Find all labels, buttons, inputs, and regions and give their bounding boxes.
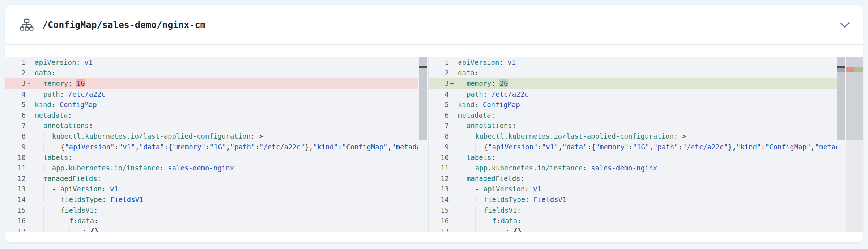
code-token: kubectl.kubernetes.io/last-applied-confi…: [475, 132, 674, 140]
code-token: "v1": [119, 143, 135, 151]
code-line-15[interactable]: 15 fieldsV1:: [429, 205, 837, 216]
code-text: annotations:: [35, 121, 93, 131]
code-token: app.kubernetes.io/instance: [475, 164, 583, 172]
line-number: 3: [5, 78, 26, 89]
code-line-8[interactable]: 8 kubectl.kubernetes.io/last-applied-con…: [429, 131, 837, 142]
code-text: path: /etc/a22c: [458, 89, 529, 100]
code-line-3[interactable]: 3+ memory: 2G: [429, 78, 837, 89]
code-line-11[interactable]: 11 app.kubernetes.io/instance: sales-dem…: [5, 163, 418, 173]
chevron-down-icon: [839, 22, 850, 28]
modified-code-area[interactable]: 1apiVersion: v12data:3+ memory: 2G4 path…: [429, 57, 837, 232]
original-code-area[interactable]: 1apiVersion: v12data:3- memory: 1G4 path…: [5, 57, 418, 232]
code-line-9[interactable]: 9 {"apiVersion":"v1","data":{"memory":"1…: [5, 142, 418, 152]
code-token: :: [94, 217, 98, 225]
code-token: :: [583, 164, 587, 172]
code-line-13[interactable]: 13 - apiVersion: v1: [5, 184, 418, 194]
code-line-14[interactable]: 14 fieldsType: FieldsV1: [429, 194, 837, 205]
diff-sign: [26, 110, 35, 121]
indent-guide: [467, 132, 475, 140]
line-number: 5: [429, 100, 449, 110]
code-line-12[interactable]: 12 managedFields:: [5, 173, 418, 184]
line-number: 1: [5, 57, 26, 68]
code-line-9[interactable]: 9 {"apiVersion":"v1","data":{"memory":"1…: [429, 142, 837, 152]
code-token: >: [682, 132, 686, 140]
code-line-10[interactable]: 10 labels:: [429, 152, 837, 163]
diff-sign: [449, 100, 458, 110]
line-number: 13: [429, 184, 449, 194]
code-line-2[interactable]: 2data:: [429, 68, 837, 78]
code-token: "/etc/a22c": [682, 143, 728, 151]
code-token: metadata: [35, 111, 68, 119]
code-token: :: [492, 79, 495, 87]
code-token: ,: [558, 143, 562, 151]
code-line-10[interactable]: 10 labels:: [5, 152, 418, 163]
code-line-5[interactable]: 5kind: ConfigMap: [5, 100, 418, 110]
code-text: .: {}: [458, 226, 522, 232]
code-text: metadata:: [458, 110, 495, 121]
code-token: [72, 79, 76, 87]
code-text: f:data:: [458, 216, 522, 226]
code-line-14[interactable]: 14 fieldsType: FieldsV1: [5, 194, 418, 205]
code-token: ,: [135, 143, 139, 151]
diff-sign: [26, 121, 35, 131]
code-line-1[interactable]: 1apiVersion: v1: [429, 57, 837, 68]
code-token: ConfigMap: [60, 101, 97, 109]
collapse-toggle[interactable]: [839, 22, 850, 28]
code-line-7[interactable]: 7 annotations:: [5, 121, 418, 131]
code-token: :: [159, 164, 163, 172]
indent-guide: [458, 217, 467, 225]
code-token: "path": [230, 143, 255, 151]
code-token: :: [517, 206, 521, 214]
code-text: fieldsType: FieldsV1: [458, 194, 566, 205]
indent-guide: [61, 227, 69, 232]
code-token: :: [94, 206, 98, 214]
code-token: :: [505, 227, 509, 232]
code-line-6[interactable]: 6metadata:: [5, 110, 418, 121]
code-line-13[interactable]: 13 - apiVersion: v1: [429, 184, 837, 194]
original-change-mark: [419, 66, 427, 68]
line-number: 3: [429, 78, 449, 89]
code-line-16[interactable]: 16 f:data:: [5, 216, 418, 226]
code-line-12[interactable]: 12 managedFields:: [429, 173, 837, 184]
code-line-8[interactable]: 8 kubectl.kubernetes.io/last-applied-con…: [5, 131, 418, 142]
code-token: :: [89, 122, 93, 130]
code-line-4[interactable]: 4 path: /etc/a22c: [5, 89, 418, 100]
code-line-15[interactable]: 15 fieldsV1:: [5, 205, 418, 216]
line-number: 8: [5, 131, 26, 142]
code-text: fieldsType: FieldsV1: [35, 194, 143, 205]
code-line-11[interactable]: 11 app.kubernetes.io/instance: sales-dem…: [429, 163, 837, 173]
page-root: { "header": { "title": "/ConfigMap/sales…: [0, 0, 868, 249]
indent-guide: [69, 227, 78, 232]
code-text: managedFields:: [458, 173, 524, 184]
code-line-17[interactable]: 17 .: {}: [429, 226, 837, 232]
code-text: {"apiVersion":"v1","data":{"memory":"1G"…: [35, 142, 418, 152]
diff-sign: [449, 205, 458, 216]
diff-sign: [449, 68, 458, 78]
code-line-2[interactable]: 2data:: [5, 68, 418, 78]
code-token: f: [69, 217, 73, 225]
code-token: :: [678, 143, 682, 151]
code-token: :: [338, 143, 342, 151]
code-text: kubectl.kubernetes.io/last-applied-confi…: [35, 131, 263, 142]
code-line-4[interactable]: 4 path: /etc/a22c: [429, 89, 837, 100]
line-number: 12: [5, 173, 26, 184]
code-line-1[interactable]: 1apiVersion: v1: [5, 57, 418, 68]
code-line-16[interactable]: 16 f:data:: [429, 216, 837, 226]
code-line-17[interactable]: 17 .: {}: [5, 226, 418, 232]
code-token: ,: [388, 143, 392, 151]
code-line-7[interactable]: 7 annotations:: [429, 121, 837, 131]
code-line-5[interactable]: 5kind: ConfigMap: [429, 100, 837, 110]
indent-guide: [35, 122, 43, 130]
indent-guide: [43, 143, 52, 151]
original-scrollbar-thumb[interactable]: [419, 57, 427, 140]
code-line-6[interactable]: 6metadata:: [429, 110, 837, 121]
code-token: "path": [654, 143, 678, 151]
indent-guide: [467, 206, 475, 214]
code-token: 2G: [499, 79, 508, 87]
code-token: sales-demo-nginx: [591, 164, 657, 172]
code-token: v1: [507, 58, 516, 66]
modified-change-mark-secondary: [837, 68, 845, 72]
code-token: "1G": [210, 143, 226, 151]
code-line-3[interactable]: 3- memory: 1G: [5, 78, 418, 89]
code-token: FieldsV1: [533, 195, 567, 203]
